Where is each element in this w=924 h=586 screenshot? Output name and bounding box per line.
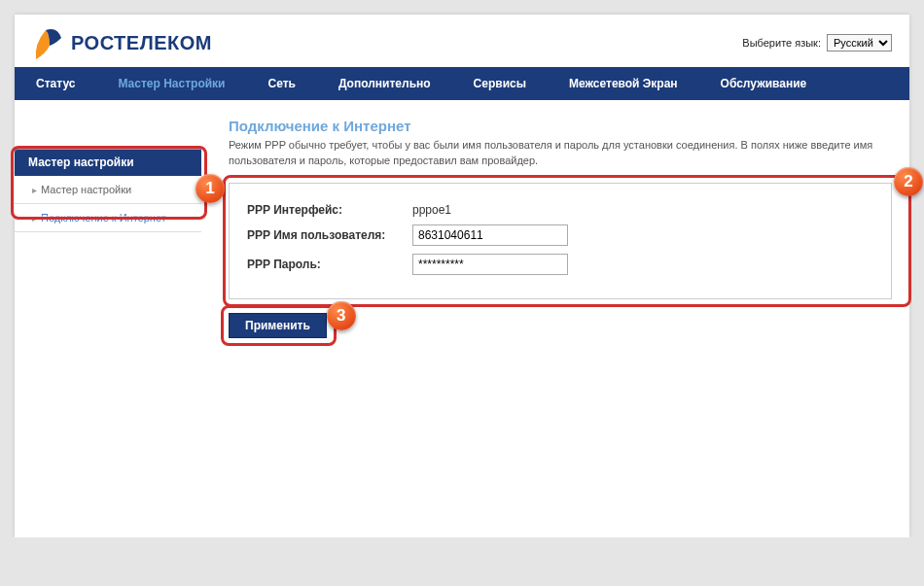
sidebar-item-wizard[interactable]: Мастер настройки: [15, 176, 201, 204]
row-password: PPP Пароль:: [247, 254, 873, 275]
nav-wizard[interactable]: Мастер Настройки: [96, 67, 246, 100]
sidebar-heading: Мастер настройки: [15, 147, 201, 176]
nav-firewall[interactable]: Межсетевой Экран: [548, 67, 699, 100]
sidebar: Мастер настройки Мастер настройки Подклю…: [15, 100, 209, 232]
brand-logo: РОСТЕЛЕКОМ: [32, 24, 212, 61]
nav-advanced[interactable]: Дополнительно: [317, 67, 452, 100]
app-window: РОСТЕЛЕКОМ Выберите язык: Русский Статус…: [15, 15, 909, 537]
nav-network[interactable]: Сеть: [246, 67, 316, 100]
page-description: Режим PPP обычно требует, чтобы у вас бы…: [229, 138, 892, 169]
ppp-form: PPP Интерфейс: pppoe1 PPP Имя пользовате…: [229, 183, 892, 299]
language-selector: Выберите язык: Русский: [742, 34, 892, 52]
row-interface: PPP Интерфейс: pppoe1: [247, 203, 873, 217]
top-nav: Статус Мастер Настройки Сеть Дополнитель…: [15, 67, 909, 100]
input-password[interactable]: [412, 254, 568, 275]
sidebar-item-internet[interactable]: Подключение к Интернет: [15, 204, 201, 232]
main-area: Мастер настройки Мастер настройки Подклю…: [15, 100, 909, 537]
apply-button[interactable]: Применить: [229, 313, 327, 338]
page-title: Подключение к Интернет: [229, 118, 892, 134]
brand-text: РОСТЕЛЕКОМ: [71, 32, 212, 54]
language-label: Выберите язык:: [742, 37, 821, 49]
header: РОСТЕЛЕКОМ Выберите язык: Русский: [15, 15, 909, 67]
label-password: PPP Пароль:: [247, 258, 412, 271]
row-username: PPP Имя пользователя:: [247, 224, 873, 246]
language-select[interactable]: Русский: [827, 34, 892, 52]
rostelecom-icon: [32, 24, 63, 61]
nav-status[interactable]: Статус: [15, 67, 96, 100]
nav-services[interactable]: Сервисы: [452, 67, 548, 100]
label-interface: PPP Интерфейс:: [247, 203, 412, 217]
callout-badge-2: 2: [894, 167, 923, 196]
label-username: PPP Имя пользователя:: [247, 228, 412, 242]
value-interface: pppoe1: [412, 203, 451, 217]
callout-badge-3: 3: [327, 301, 356, 330]
input-username[interactable]: [412, 224, 568, 246]
nav-maintenance[interactable]: Обслуживание: [699, 67, 829, 100]
content: Подключение к Интернет Режим PPP обычно …: [209, 100, 909, 338]
